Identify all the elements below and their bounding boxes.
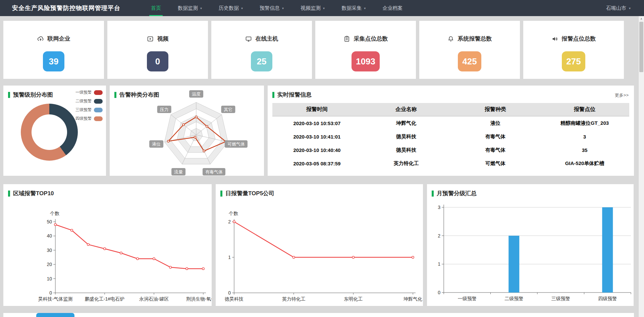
alarm-point: 35: [540, 147, 629, 153]
enterprise-name: 德昊科技: [362, 147, 451, 153]
alarm-point: 精醇南罐液位GT_203: [540, 120, 629, 126]
title-accent-bar: [8, 191, 10, 197]
svg-text:20: 20: [47, 262, 52, 267]
svg-text:0: 0: [49, 290, 52, 296]
column-header: 报警种类: [451, 106, 540, 113]
stat-card-value: 39: [43, 51, 64, 71]
donut-legend: 一级预警 二级预警 三级预警 四级预警: [75, 90, 103, 124]
alarm-type: 液位: [451, 120, 540, 126]
nav-item-home[interactable]: 首页: [143, 0, 169, 16]
svg-text:东明化工: 东明化工: [344, 296, 363, 302]
nav-item-history-data[interactable]: 历史数据 ▾: [210, 0, 251, 16]
warning-level-donut-chart: [21, 104, 78, 161]
footer-tab: [36, 313, 74, 317]
table-row[interactable]: 2020-03-10 10:40:40 德昊科技 有毒气体 35: [272, 143, 629, 157]
column-header: 报警时间: [272, 106, 362, 113]
alarm-time: 2020-03-10 10:40:40: [272, 147, 362, 153]
legend-item[interactable]: 四级预警: [75, 116, 103, 121]
chevron-down-icon: ▾: [364, 6, 366, 10]
table-row[interactable]: 2020-03-10 10:41:01 德昊科技 有毒气体 3: [272, 130, 629, 143]
clipboard-icon: [343, 36, 350, 42]
scroll-up-arrow[interactable]: ∧: [639, 16, 644, 21]
more-link[interactable]: 更多>>: [615, 92, 629, 98]
city-selector[interactable]: 石嘴山市 ▾: [606, 5, 631, 11]
monthly-summary-bar-chart: 0123一级预警二级预警三级预警四级预警: [427, 184, 634, 306]
svg-text:10: 10: [47, 276, 52, 281]
chevron-down-icon: ▾: [241, 6, 243, 10]
chevron-down-icon: ▾: [323, 6, 325, 10]
svg-text:30: 30: [47, 248, 52, 253]
svg-text:个数: 个数: [50, 211, 59, 216]
legend-item[interactable]: 二级预警: [75, 98, 103, 104]
stat-card-collection-points: 采集点位总数 1093: [315, 21, 416, 79]
svg-text:1: 1: [438, 261, 440, 267]
table-row[interactable]: 2020-03-05 08:37:59 英力特化工 可燃气体 GIA-520单体…: [272, 157, 629, 170]
legend-swatch: [94, 108, 103, 112]
alarm-time: 2020-03-05 08:37:59: [272, 161, 362, 166]
svg-text:流量: 流量: [174, 169, 183, 174]
svg-text:0: 0: [438, 290, 440, 295]
svg-text:鹏盛化工-1#电石炉: 鹏盛化工-1#电石炉: [85, 296, 124, 302]
stat-card-videos: 视频 0: [107, 21, 208, 79]
alarm-time: 2020-03-10 10:41:01: [272, 134, 362, 140]
svg-text:3: 3: [438, 205, 440, 210]
title-accent-bar: [432, 191, 434, 197]
legend-swatch: [94, 99, 103, 104]
table-row[interactable]: 2020-03-10 10:53:07 坤辉气化 液位 精醇南罐液位GT_203: [272, 116, 629, 130]
svg-text:荆洪生物-氧化反: 荆洪生物-氧化反: [186, 296, 212, 302]
legend-swatch: [94, 90, 103, 95]
warning-level-panel: 预警级别分布图 一级预警 二级预警 三级预警 四级预警: [3, 86, 106, 176]
donut-hole: [32, 114, 67, 150]
daily-top5-line-chart: 012个数德昊科技英力特化工东明化工坤辉气化: [216, 184, 423, 306]
stat-card-value: 275: [562, 51, 585, 71]
nav-item-enterprise-archive[interactable]: 企业档案: [374, 0, 411, 16]
stat-card-label: 采集点位总数: [354, 35, 388, 43]
chevron-down-icon: ▾: [629, 6, 631, 10]
svg-text:昊科技-气体监测: 昊科技-气体监测: [38, 296, 73, 302]
region-top10-line-chart: 01020304050个数昊科技-气体监测鹏盛化工-1#电石炉永润石油-罐区荆洪…: [3, 184, 212, 306]
dashboard-page: { "nav": { "title": "安全生产风险预警防控物联网管理平台",…: [0, 0, 644, 317]
svg-text:四级预警: 四级预警: [598, 296, 617, 301]
stat-card-online-hosts: 在线主机 25: [211, 21, 312, 79]
nav-item-warning-info[interactable]: 预警信息 ▾: [251, 0, 292, 16]
svg-text:二级预警: 二级预警: [504, 296, 523, 301]
nav-item-data-monitoring[interactable]: 数据监测 ▾: [169, 0, 210, 16]
stat-card-connected-enterprises: 联网企业 39: [3, 21, 104, 79]
svg-text:液位: 液位: [152, 142, 161, 147]
panel-title: 区域报警TOP10: [13, 190, 54, 197]
panel-title: 月预警分级汇总: [437, 190, 477, 197]
nav-item-label: 数据采集: [341, 5, 362, 11]
svg-text:其它: 其它: [224, 107, 232, 112]
daily-top5-panel: 日报警量TOP5公司 012个数德昊科技英力特化工东明化工坤辉气化: [216, 184, 423, 306]
svg-text:1: 1: [228, 255, 231, 260]
stat-card-system-alarms: 系统报警总数 425: [419, 21, 520, 79]
stat-card-label: 联网企业: [48, 35, 70, 43]
stat-card-value: 0: [147, 51, 168, 71]
svg-text:50: 50: [47, 219, 52, 224]
nav-item-data-collection[interactable]: 数据采集 ▾: [333, 0, 374, 16]
svg-text:个数: 个数: [228, 211, 238, 216]
legend-item[interactable]: 三级预警: [75, 107, 103, 113]
svg-text:2: 2: [228, 219, 231, 224]
alarm-type: 有毒气体: [451, 147, 540, 153]
scrollbar-thumb[interactable]: [639, 22, 643, 72]
nav-item-label: 首页: [151, 5, 161, 11]
legend-item[interactable]: 一级预警: [75, 90, 103, 95]
svg-text:有毒气体: 有毒气体: [205, 169, 223, 174]
alarm-type: 可燃气体: [451, 160, 540, 167]
svg-text:英力特化工: 英力特化工: [282, 296, 306, 302]
speaker-icon: [551, 36, 558, 42]
monitor-icon: [245, 36, 252, 42]
bell-icon: [447, 36, 454, 42]
monthly-summary-panel: 月预警分级汇总 0123一级预警二级预警三级预警四级预警: [427, 184, 634, 306]
svg-text:一级预警: 一级预警: [458, 296, 477, 301]
svg-text:三级预警: 三级预警: [551, 296, 570, 301]
realtime-alarm-panel: 实时报警信息 更多>> 报警时间 企业名称 报警种类 报警点位 2020-03-…: [268, 86, 634, 176]
nav-item-video-monitoring[interactable]: 视频监测 ▾: [292, 0, 333, 16]
scrollbar[interactable]: ∧: [638, 16, 644, 317]
panel-title: 日报警量TOP5公司: [225, 190, 274, 197]
panel-title: 实时报警信息: [277, 91, 312, 99]
enterprise-name: 德昊科技: [362, 134, 451, 140]
column-header: 企业名称: [362, 106, 451, 113]
title-accent-bar: [220, 191, 222, 197]
